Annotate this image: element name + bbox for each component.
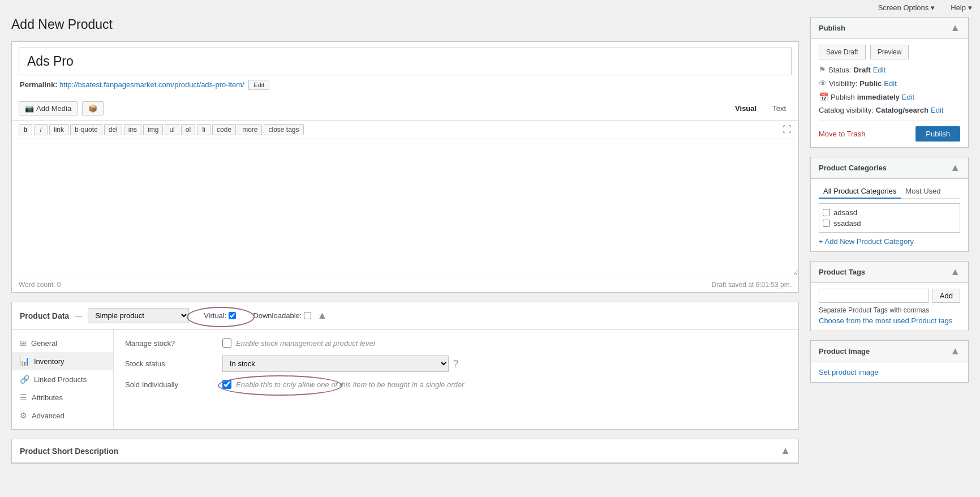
fmt-more[interactable]: more (238, 124, 262, 135)
product-data-box: Product Data — Simple product Grouped pr… (11, 302, 799, 430)
tags-title: Product Tags (819, 268, 865, 276)
stock-status-row: Stock status In stock Out of stock On ba… (125, 355, 787, 372)
category-checkbox-adsasd[interactable] (823, 209, 830, 216)
status-label: Status: (828, 66, 851, 74)
fmt-close-tags[interactable]: close tags (264, 124, 303, 135)
fullscreen-icon[interactable]: ⛶ (783, 125, 792, 135)
category-checkbox-ssadasd[interactable] (823, 220, 830, 227)
virtual-label: Virtual: (204, 311, 236, 320)
fmt-li[interactable]: li (197, 124, 210, 135)
fmt-ol[interactable]: ol (181, 124, 195, 135)
publish-date-edit-link[interactable]: Edit (902, 93, 914, 101)
preview-button[interactable]: Preview (870, 45, 909, 59)
permalink-edit-button[interactable]: Edit (248, 80, 269, 90)
nav-item-general[interactable]: ⊞ General (12, 334, 113, 352)
catalog-edit-link[interactable]: Edit (931, 106, 943, 114)
categories-collapse[interactable] (950, 162, 960, 174)
tab-visual[interactable]: Visual (729, 102, 762, 115)
category-item-ssadasd: ssadasd (823, 218, 956, 229)
product-data-header: Product Data — Simple product Grouped pr… (12, 302, 798, 329)
sold-individually-label: Sold Individually (125, 380, 216, 389)
stock-status-select[interactable]: In stock Out of stock On backorder (222, 355, 449, 372)
sold-individually-hint: Enable this to only allow one of this it… (236, 380, 464, 389)
word-count: Word count: 0 (19, 281, 61, 289)
fmt-bold[interactable]: b (19, 124, 32, 135)
attributes-icon: ☰ (20, 393, 27, 402)
virtual-checkbox[interactable] (229, 312, 236, 319)
add-tag-button[interactable]: Add (932, 289, 960, 303)
inventory-icon: 📊 (20, 357, 29, 366)
publish-collapse[interactable] (950, 22, 960, 34)
nav-item-inventory[interactable]: 📊 Inventory (12, 352, 113, 370)
manage-stock-checkbox[interactable] (222, 339, 231, 348)
add-media-button[interactable]: 📷 Add Media (19, 101, 78, 115)
publish-box: Publish Save Draft Preview ⚑ Status: Dra… (810, 17, 969, 148)
nav-item-attributes[interactable]: ☰ Attributes (12, 388, 113, 406)
tags-collapse[interactable] (950, 266, 960, 278)
tags-content: Add Separate Product Tags with commas Ch… (811, 283, 968, 331)
fmt-b-quote[interactable]: b-quote (70, 124, 102, 135)
virtual-text: Virtual: (204, 311, 226, 320)
tags-separator-hint: Separate Product Tags with commas (819, 306, 960, 314)
downloadable-checkbox[interactable] (304, 312, 311, 319)
product-short-desc-box: Product Short Description (11, 439, 799, 464)
nav-advanced-label: Advanced (32, 412, 65, 420)
fmt-ins[interactable]: ins (124, 124, 141, 135)
tab-most-used[interactable]: Most Used (901, 185, 945, 199)
downloadable-text: Downloadable: (253, 311, 302, 320)
add-object-button[interactable]: 📦 (82, 101, 104, 115)
add-new-category-link[interactable]: + Add New Product Category (819, 237, 914, 246)
permalink-row: Permalink: http://bsatest.fanpagesmarket… (19, 80, 792, 90)
general-icon: ⊞ (20, 339, 27, 348)
draft-saved: Draft saved at 6:01:53 pm. (712, 281, 792, 289)
fmt-ul[interactable]: ul (165, 124, 179, 135)
fmt-code[interactable]: code (212, 124, 236, 135)
nav-item-advanced[interactable]: ⚙ Advanced (12, 406, 113, 425)
tags-input[interactable] (819, 289, 929, 303)
fmt-img[interactable]: img (143, 124, 163, 135)
visibility-edit-link[interactable]: Edit (884, 79, 896, 88)
move-to-trash-link[interactable]: Move to Trash (819, 130, 865, 138)
manage-stock-hint: Enable stock management at product level (236, 339, 375, 348)
screen-options-label: Screen Options (878, 3, 929, 12)
help-label: Help (951, 3, 966, 12)
stock-status-help-icon[interactable]: ? (453, 359, 458, 369)
page-title: Add New Product (11, 17, 799, 32)
publish-date-label: Publish (831, 93, 855, 101)
help-arrow-icon: ▾ (968, 3, 972, 12)
status-edit-link[interactable]: Edit (873, 66, 886, 74)
screen-options-button[interactable]: Screen Options ▾ (870, 0, 943, 15)
categories-content: All Product Categories Most Used adsasd … (811, 179, 968, 251)
product-short-desc-collapse[interactable] (780, 445, 790, 457)
fmt-del[interactable]: del (104, 124, 122, 135)
tags-input-row: Add (819, 289, 960, 303)
manage-stock-row: Manage stock? Enable stock management at… (125, 339, 787, 348)
tab-all-categories[interactable]: All Product Categories (819, 185, 901, 199)
editor-tabs: Visual Text (729, 102, 792, 115)
editor-textarea[interactable] (12, 139, 798, 275)
calendar-icon: 📅 (819, 92, 828, 101)
status-value: Draft (853, 66, 870, 74)
publish-footer: Move to Trash Publish (819, 120, 960, 142)
permalink-url[interactable]: http://bsatest.fanpagesmarket.com/produc… (59, 80, 244, 89)
sold-individually-checkbox[interactable] (222, 380, 231, 389)
product-data-collapse[interactable] (317, 310, 327, 322)
nav-item-linked-products[interactable]: 🔗 Linked Products (12, 370, 113, 388)
fmt-italic[interactable]: i (34, 124, 48, 135)
fmt-link[interactable]: link (49, 124, 68, 135)
add-media-icon: 📷 (25, 104, 34, 113)
publish-box-header: Publish (811, 18, 968, 39)
publish-button[interactable]: Publish (915, 126, 960, 142)
object-icon: 📦 (88, 104, 97, 113)
save-draft-button[interactable]: Save Draft (819, 45, 866, 59)
product-title-input[interactable] (19, 48, 792, 75)
product-image-collapse[interactable] (950, 345, 960, 357)
tab-text[interactable]: Text (767, 102, 792, 115)
linked-products-icon: 🔗 (20, 375, 29, 384)
product-type-select[interactable]: Simple product Grouped product External/… (88, 308, 189, 323)
set-product-image-link[interactable]: Set product image (819, 368, 879, 376)
product-image-title: Product Image (819, 347, 870, 355)
catalog-value: Catalog/search (876, 106, 929, 114)
help-button[interactable]: Help ▾ (943, 0, 980, 15)
most-used-tags-link[interactable]: Choose from the most used Product tags (819, 316, 952, 325)
